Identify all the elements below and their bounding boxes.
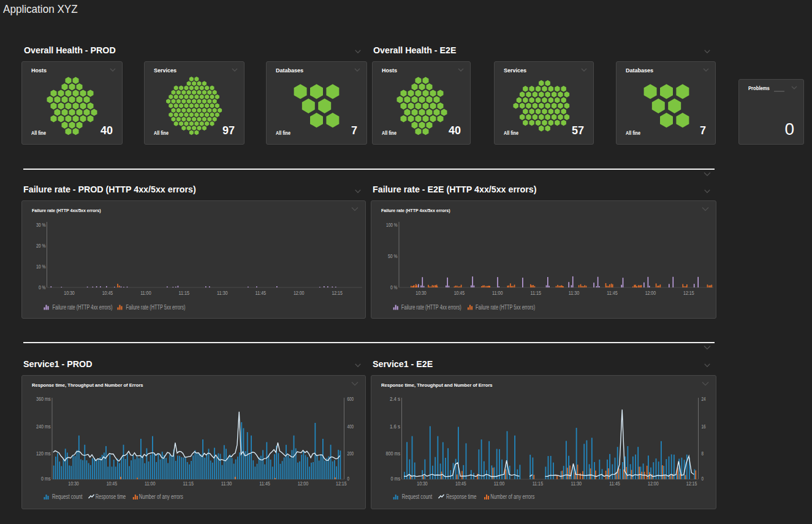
svg-text:Failure rate (HTTP 5xx errors): Failure rate (HTTP 5xx errors) xyxy=(126,304,186,311)
svg-text:Failure rate (HTTP 5xx errors): Failure rate (HTTP 5xx errors) xyxy=(476,304,535,311)
svg-text:12:00: 12:00 xyxy=(298,480,309,487)
svg-text:100 %: 100 % xyxy=(386,222,398,228)
svg-text:Request count: Request count xyxy=(52,493,83,500)
svg-text:0: 0 xyxy=(347,476,350,482)
svg-text:0 %: 0 % xyxy=(39,284,46,290)
svg-text:30 %: 30 % xyxy=(36,222,46,228)
svg-text:10:45: 10:45 xyxy=(455,480,466,487)
svg-text:11:15: 11:15 xyxy=(533,480,544,487)
svg-text:11:00: 11:00 xyxy=(494,480,505,487)
svg-text:Failure rate (HTTP 4xx errors): Failure rate (HTTP 4xx errors) xyxy=(53,304,113,311)
svg-text:11:45: 11:45 xyxy=(256,290,267,296)
svg-text:12:15: 12:15 xyxy=(683,290,694,296)
svg-text:11:00: 11:00 xyxy=(492,290,503,296)
svg-text:11:15: 11:15 xyxy=(530,290,541,296)
svg-text:Response time: Response time xyxy=(96,493,126,500)
svg-text:10 %: 10 % xyxy=(36,264,46,270)
svg-text:10:45: 10:45 xyxy=(102,290,113,296)
svg-text:10:45: 10:45 xyxy=(454,290,465,296)
svg-text:11:30: 11:30 xyxy=(221,480,232,487)
svg-text:11:15: 11:15 xyxy=(183,480,194,487)
svg-text:10:30: 10:30 xyxy=(417,480,428,487)
svg-text:12:00: 12:00 xyxy=(645,290,656,296)
svg-text:800 ms: 800 ms xyxy=(386,450,401,457)
svg-text:12:00: 12:00 xyxy=(294,290,305,296)
svg-text:Number of any errors: Number of any errors xyxy=(490,493,534,500)
svg-text:0 ms: 0 ms xyxy=(41,476,51,482)
svg-text:Response time: Response time xyxy=(446,493,477,500)
svg-text:0 %: 0 % xyxy=(390,284,398,290)
svg-text:11:45: 11:45 xyxy=(259,480,270,487)
svg-text:10:30: 10:30 xyxy=(64,290,75,296)
svg-text:0: 0 xyxy=(702,476,704,482)
svg-text:11:30: 11:30 xyxy=(569,290,580,296)
svg-text:16: 16 xyxy=(702,423,706,430)
svg-text:12:15: 12:15 xyxy=(686,480,697,487)
svg-text:600: 600 xyxy=(347,396,354,402)
svg-text:12:00: 12:00 xyxy=(648,480,659,487)
svg-text:20 %: 20 % xyxy=(36,243,46,249)
svg-text:11:15: 11:15 xyxy=(179,290,190,296)
svg-text:8: 8 xyxy=(702,450,704,457)
svg-text:11:30: 11:30 xyxy=(571,480,582,487)
svg-text:10:30: 10:30 xyxy=(68,480,79,487)
svg-text:2.4 s: 2.4 s xyxy=(390,396,400,402)
svg-text:Number of any errors: Number of any errors xyxy=(139,493,183,500)
svg-text:11:00: 11:00 xyxy=(140,290,151,296)
svg-text:120 ms: 120 ms xyxy=(36,450,51,457)
svg-text:12:15: 12:15 xyxy=(336,480,347,487)
svg-text:10:45: 10:45 xyxy=(107,480,118,487)
svg-text:0 ms: 0 ms xyxy=(391,476,401,482)
svg-text:400: 400 xyxy=(347,423,354,430)
svg-text:1.6 s: 1.6 s xyxy=(390,423,400,430)
svg-text:240 ms: 240 ms xyxy=(36,423,51,430)
svg-text:360 ms: 360 ms xyxy=(36,396,51,402)
svg-text:10:30: 10:30 xyxy=(415,290,427,296)
svg-text:11:45: 11:45 xyxy=(607,290,618,296)
svg-text:11:30: 11:30 xyxy=(217,290,228,296)
svg-text:24: 24 xyxy=(702,396,706,402)
svg-text:11:00: 11:00 xyxy=(145,480,156,487)
svg-text:Request count: Request count xyxy=(402,493,433,500)
svg-text:12:15: 12:15 xyxy=(332,290,343,296)
svg-text:200: 200 xyxy=(347,450,354,457)
svg-text:50 %: 50 % xyxy=(388,253,398,259)
svg-text:11:45: 11:45 xyxy=(609,480,620,487)
svg-text:Failure rate (HTTP 4xx errors): Failure rate (HTTP 4xx errors) xyxy=(401,304,461,311)
